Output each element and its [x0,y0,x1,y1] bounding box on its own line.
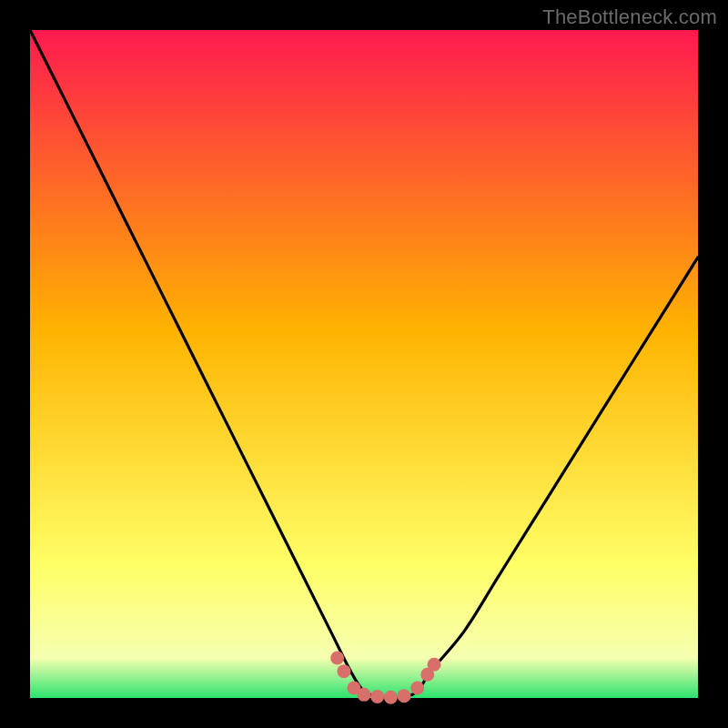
plot-background [30,30,698,698]
curve-marker [337,664,350,678]
curve-marker [398,689,411,703]
curve-marker [410,681,424,694]
curve-marker [370,690,384,703]
curve-marker [358,688,371,702]
watermark-text: TheBottleneck.com [542,5,717,29]
bottleneck-chart [0,0,728,728]
chart-frame: TheBottleneck.com [0,0,728,728]
curve-marker [384,691,398,704]
curve-marker [428,658,441,672]
curve-marker [330,651,344,664]
